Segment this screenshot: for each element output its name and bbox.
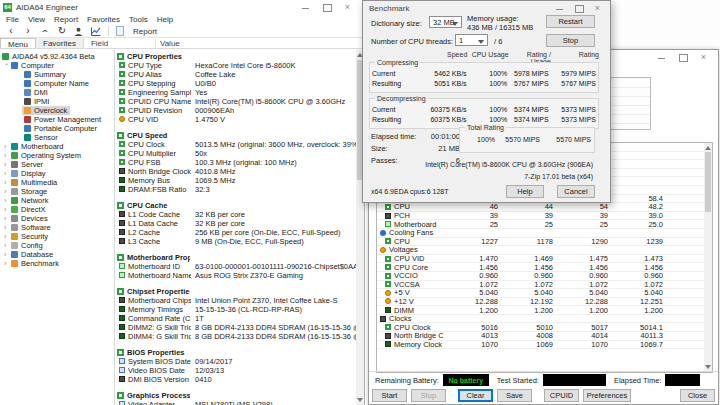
grid-row[interactable]: CPUID CPU NameIntel(R) Core(TM) i5-8600K… — [115, 97, 364, 106]
grid-row[interactable]: DRAM:FSB Ratio32:3 — [115, 185, 364, 194]
grid-row[interactable]: CPU AliasCoffee Lake — [115, 70, 364, 79]
expander-icon[interactable]: › — [4, 223, 9, 232]
expander-icon[interactable]: › — [4, 205, 9, 214]
grid-row[interactable]: DMI BIOS Version0410 — [115, 375, 364, 384]
expander-icon[interactable]: › — [4, 250, 9, 259]
grid-row[interactable]: DIMM4: G Skill TridentZ F4-3...8 GB DDR4… — [115, 332, 364, 341]
minimize-icon[interactable] — [555, 4, 564, 13]
maximize-icon[interactable] — [678, 53, 687, 62]
grid-row[interactable]: System BIOS Date09/14/2017 — [115, 357, 364, 366]
start-button[interactable]: Start — [372, 389, 407, 402]
dictionary-size-select[interactable]: 32 MB — [429, 16, 462, 28]
stop-button[interactable]: Stop — [411, 389, 446, 402]
tree-item-power-management[interactable]: Power Management — [0, 115, 114, 124]
expander-icon[interactable]: › — [4, 196, 9, 205]
tree-item-portable-computer[interactable]: Portable Computer — [0, 124, 114, 133]
restart-button[interactable]: Restart — [546, 15, 595, 28]
grid-row[interactable]: Command Rate (CR)1T — [115, 314, 364, 323]
tree-item-operating-system[interactable]: ›Operating System — [0, 151, 114, 160]
scroll-up-icon[interactable] — [705, 146, 711, 150]
minimize-icon[interactable] — [301, 3, 310, 12]
close-button[interactable]: Close — [680, 389, 715, 402]
expander-icon[interactable]: › — [4, 214, 9, 223]
tab-menu[interactable]: Menu — [0, 38, 36, 48]
cpuid-button[interactable]: CPUID — [544, 389, 579, 402]
grid-row[interactable]: CPU FSB100.3 MHz (original: 100 MHz) — [115, 158, 364, 167]
tree-item-multimedia[interactable]: ›Multimedia — [0, 178, 114, 187]
menu-tools[interactable]: Tools — [129, 15, 148, 24]
close-icon[interactable] — [343, 3, 352, 12]
menu-favorites[interactable]: Favorites — [87, 15, 120, 24]
stop-button[interactable]: Stop — [546, 34, 595, 47]
grid-row[interactable]: L2 Cache256 KB per core (On-Die, ECC, Fu… — [115, 228, 364, 237]
preferences-button[interactable]: Preferences — [583, 389, 631, 402]
threads-select[interactable]: 1 — [455, 34, 488, 46]
tree-item-config[interactable]: ›Config — [0, 241, 114, 250]
expander-icon[interactable]: › — [4, 142, 9, 151]
refresh-icon[interactable]: ↻ — [57, 26, 67, 36]
cancel-button[interactable]: Cancel — [557, 185, 595, 198]
grid-row[interactable]: Motherboard NameAsus ROG Strix Z370-E Ga… — [115, 271, 364, 280]
menu-view[interactable]: View — [28, 15, 45, 24]
menu-help[interactable]: Help — [157, 15, 173, 24]
tree-item-devices[interactable]: ›Devices — [0, 214, 114, 223]
grid-row[interactable]: Video BIOS Date12/03/13 — [115, 366, 364, 375]
expander-icon[interactable]: › — [4, 151, 9, 160]
tree-item-display[interactable]: ›Display — [0, 169, 114, 178]
sensor-scrollbar[interactable] — [704, 143, 712, 372]
scroll-down-icon[interactable] — [357, 398, 363, 402]
grid-row[interactable]: CPU SteppingU0/B0 — [115, 79, 364, 88]
tree-item-software[interactable]: ›Software — [0, 223, 114, 232]
grid-row[interactable]: DIMM2: G Skill TridentZ F4-3...8 GB DDR4… — [115, 323, 364, 332]
maximize-icon[interactable] — [574, 4, 583, 13]
scroll-thumb[interactable] — [705, 152, 711, 212]
tree-item-database[interactable]: ›Database — [0, 250, 114, 259]
up-icon[interactable]: › — [40, 26, 50, 36]
grid-row[interactable]: L1 Code Cache32 KB per core — [115, 210, 364, 219]
minimize-icon[interactable] — [657, 53, 666, 62]
grid-row[interactable]: North Bridge Clock4010.8 MHz — [115, 167, 364, 176]
main-titlebar[interactable]: 64 AIDA64 Engineer — [0, 0, 364, 14]
tree-item-server[interactable]: ›Server — [0, 160, 114, 169]
grid-row[interactable]: CPU VID1.4750 V — [115, 115, 364, 124]
tree-item-computer-name[interactable]: Computer Name — [0, 79, 114, 88]
tree-item-sensor[interactable]: Sensor — [0, 133, 114, 142]
scroll-down-icon[interactable] — [705, 365, 711, 369]
clear-button[interactable]: Clear — [458, 389, 493, 402]
tree-item-dmi[interactable]: DMI — [0, 88, 114, 97]
tree-item-computer[interactable]: ›Computer — [0, 61, 114, 70]
tree-item-overclock[interactable]: Overclock — [0, 106, 114, 115]
close-icon[interactable] — [593, 4, 602, 13]
report-button[interactable]: Report — [133, 27, 157, 36]
value-column-header[interactable]: Value — [156, 38, 180, 48]
tree-item-motherboard[interactable]: ›Motherboard — [0, 142, 114, 151]
sensor-row[interactable]: Memory Clock1070106910701069.7 — [377, 341, 712, 350]
grid-row[interactable]: Video AdapterMSI N780Ti (MS-V298) — [115, 400, 364, 405]
expander-icon[interactable]: › — [4, 178, 9, 187]
grid-row[interactable]: Memory Bus1069.5 MHz — [115, 176, 364, 185]
grid-row[interactable]: CPU Multiplier50x — [115, 149, 364, 158]
grid-row[interactable]: CPUID Revision000906EAh — [115, 106, 364, 115]
grid-row[interactable]: L3 Cache9 MB (On-Die, ECC, Full-Speed) — [115, 237, 364, 246]
menu-file[interactable]: File — [6, 15, 19, 24]
tree-item-storage[interactable]: ›Storage — [0, 187, 114, 196]
help-button[interactable]: Help — [506, 185, 544, 198]
expander-icon[interactable]: › — [4, 160, 9, 169]
tree-item-ipmi[interactable]: IPMI — [0, 97, 114, 106]
chart-icon[interactable] — [91, 27, 101, 36]
benchmark-titlebar[interactable]: Benchmark — [363, 1, 610, 15]
grid-row[interactable]: Memory Timings15-15-15-36 (CL-RCD-RP-RAS… — [115, 305, 364, 314]
expander-icon[interactable]: › — [4, 259, 9, 268]
expander-icon[interactable]: › — [4, 232, 9, 241]
grid-row[interactable]: Motherboard ChipsetIntel Union Point Z37… — [115, 296, 364, 305]
grid-row[interactable]: Engineering SampleYes — [115, 88, 364, 97]
expander-icon[interactable]: › — [4, 187, 9, 196]
expander-icon[interactable]: › — [4, 169, 9, 178]
tree-item-summary[interactable]: Summary — [0, 70, 114, 79]
user-icon[interactable] — [74, 27, 84, 36]
close-icon[interactable] — [699, 53, 708, 62]
tree-item-directx[interactable]: ›DirectX — [0, 205, 114, 214]
grid-row[interactable]: CPU Clock5013.5 MHz (original: 3600 MHz,… — [115, 140, 364, 149]
menu-report[interactable]: Report — [54, 15, 78, 24]
tree-root[interactable]: AIDA64 v5.92.4364 Beta — [0, 52, 114, 61]
